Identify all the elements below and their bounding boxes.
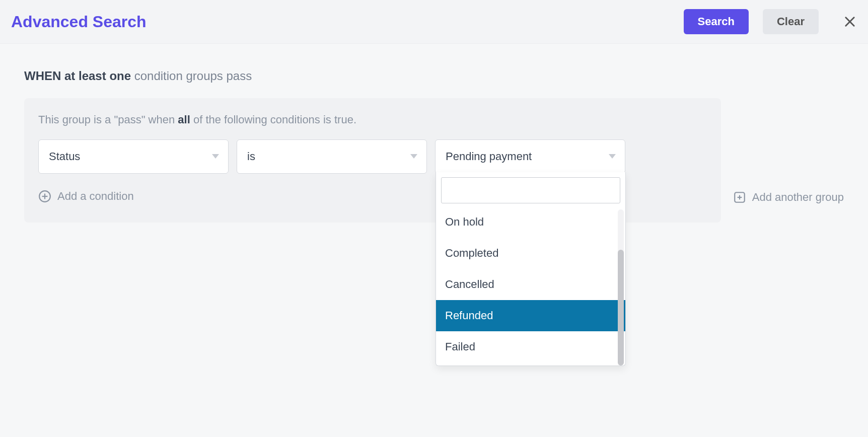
group-row: This group is a "pass" when all of the f… [24,98,844,223]
svg-marker-2 [212,154,219,159]
add-condition-button[interactable]: Add a condition [38,190,134,203]
group-desc-mode[interactable]: all [178,113,190,126]
add-condition-label: Add a condition [57,190,134,203]
header: Advanced Search Search Clear [0,0,868,44]
value-select[interactable]: Pending payment On hold Completed Cancel… [435,139,625,174]
operator-select[interactable]: is [237,139,427,174]
dropdown-option-highlighted[interactable]: Refunded [436,300,625,331]
add-group-button[interactable]: Add another group [733,98,844,204]
chevron-down-icon [609,154,616,159]
when-prefix: WHEN [24,69,61,83]
when-mode[interactable]: at least one [64,69,131,83]
chevron-down-icon [410,154,417,159]
dropdown-list: On hold Completed Cancelled Refunded Fai… [436,206,625,362]
field-select[interactable]: Status [38,139,229,174]
page-title: Advanced Search [11,13,684,31]
value-select-value: Pending payment [446,150,532,163]
plus-square-icon [733,191,746,204]
clear-button[interactable]: Clear [763,9,819,34]
add-group-label: Add another group [752,191,844,204]
svg-marker-4 [609,154,616,159]
chevron-down-icon [212,154,219,159]
when-suffix: condition groups pass [134,69,252,83]
svg-marker-3 [410,154,417,159]
dropdown-option[interactable]: On hold [436,206,625,238]
dropdown-option[interactable]: Completed [436,238,625,269]
field-select-value: Status [49,150,80,163]
dropdown-option[interactable]: Cancelled [436,269,625,300]
group-desc-prefix: This group is a "pass" when [38,113,175,126]
group-description: This group is a "pass" when all of the f… [38,113,707,126]
content-area: WHEN at least one condition groups pass … [0,44,868,223]
value-dropdown: On hold Completed Cancelled Refunded Fai… [436,172,626,366]
plus-circle-icon [38,190,51,203]
scrollbar-thumb[interactable] [618,250,624,366]
dropdown-option[interactable]: Failed [436,331,625,362]
condition-group: This group is a "pass" when all of the f… [24,98,721,223]
close-icon[interactable] [843,15,857,29]
operator-select-value: is [247,150,255,163]
dropdown-search-wrap [436,172,625,206]
dropdown-search-input[interactable] [441,177,620,203]
group-desc-suffix: of the following conditions is true. [193,113,356,126]
condition-row: Status is Pending payment [38,139,707,174]
search-button[interactable]: Search [684,9,749,34]
when-clause: WHEN at least one condition groups pass [24,69,844,83]
